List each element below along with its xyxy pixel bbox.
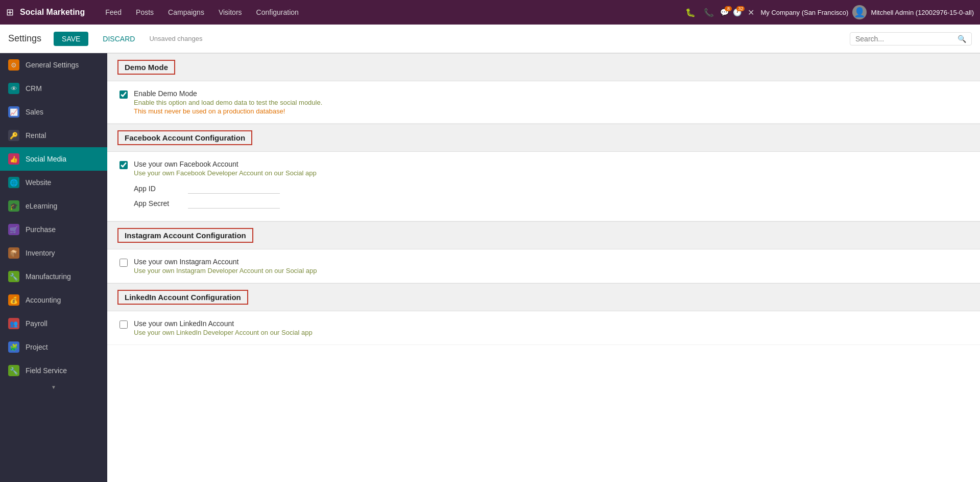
discard-button[interactable]: DISCARD bbox=[97, 32, 141, 46]
demo-mode-body: Enable Demo Mode Enable this option and … bbox=[107, 81, 980, 124]
sidebar-item-field-service[interactable]: 🔧 Field Service bbox=[0, 359, 107, 382]
sidebar-label-inventory: Inventory bbox=[26, 249, 55, 257]
facebook-own-label: Use your own Facebook Account bbox=[134, 160, 317, 168]
search-input[interactable] bbox=[855, 35, 958, 43]
enable-demo-row: Enable Demo Mode Enable this option and … bbox=[119, 89, 968, 115]
demo-mode-section-header: Demo Mode bbox=[107, 53, 980, 81]
facebook-own-checkbox[interactable] bbox=[119, 161, 128, 169]
linkedin-config-title: LinkedIn Account Configuration bbox=[117, 290, 248, 305]
close-icon[interactable]: ✕ bbox=[746, 6, 756, 19]
app-sidebar: ⚙ General Settings 👁 CRM 📈 Sales 🔑 Renta… bbox=[0, 53, 107, 482]
elearning-icon: 🎓 bbox=[8, 200, 19, 212]
linkedin-own-label: Use your own LinkedIn Account bbox=[134, 319, 313, 328]
nav-visitors[interactable]: Visitors bbox=[212, 5, 248, 19]
project-icon: 🧩 bbox=[8, 341, 19, 353]
save-button[interactable]: SAVE bbox=[54, 32, 88, 46]
purchase-icon: 🛒 bbox=[8, 224, 19, 235]
unsaved-label: Unsaved changes bbox=[149, 35, 202, 42]
linkedin-own-row: Use your own LinkedIn Account Use your o… bbox=[119, 319, 968, 336]
linkedin-section-header: LinkedIn Account Configuration bbox=[107, 283, 980, 311]
sidebar-label-social-media: Social Media bbox=[26, 155, 66, 163]
bug-icon[interactable]: 🐛 bbox=[683, 6, 698, 19]
search-bar: 🔍 bbox=[850, 32, 972, 45]
enable-demo-warning: This must never be used on a production … bbox=[134, 107, 322, 115]
sales-icon: 📈 bbox=[8, 106, 19, 118]
sidebar-item-purchase[interactable]: 🛒 Purchase bbox=[0, 218, 107, 241]
facebook-section-header: Facebook Account Configuration bbox=[107, 124, 980, 152]
sidebar-item-general-settings[interactable]: ⚙ General Settings bbox=[0, 53, 107, 77]
facebook-body: Use your own Facebook Account Use your o… bbox=[107, 152, 980, 221]
enable-demo-label: Enable Demo Mode bbox=[134, 89, 322, 98]
instagram-body: Use your own Instagram Account Use your … bbox=[107, 249, 980, 283]
app-id-label: App ID bbox=[134, 185, 180, 193]
instagram-own-desc: Use your own Instagram Developer Account… bbox=[134, 267, 317, 274]
instagram-config-title: Instagram Account Configuration bbox=[117, 228, 253, 243]
social-media-icon: 👍 bbox=[8, 153, 19, 165]
body-container: ⚙ General Settings 👁 CRM 📈 Sales 🔑 Renta… bbox=[0, 53, 980, 482]
subheader: Settings SAVE DISCARD Unsaved changes 🔍 bbox=[0, 25, 980, 53]
linkedin-own-checkbox[interactable] bbox=[119, 320, 128, 329]
facebook-config-title: Facebook Account Configuration bbox=[117, 130, 252, 145]
nav-campaigns[interactable]: Campaigns bbox=[162, 5, 210, 19]
topnav-right: 🐛 📞 💬8 🕐32 ✕ My Company (San Francisco) … bbox=[683, 5, 974, 19]
settings-content: Demo Mode Enable Demo Mode Enable this o… bbox=[107, 53, 980, 482]
app-secret-input[interactable] bbox=[188, 198, 280, 209]
search-icon: 🔍 bbox=[958, 35, 966, 43]
sidebar-label-field-service: Field Service bbox=[26, 366, 67, 375]
sidebar-item-project[interactable]: 🧩 Project bbox=[0, 335, 107, 359]
nav-configuration[interactable]: Configuration bbox=[250, 5, 305, 19]
sidebar-item-website[interactable]: 🌐 Website bbox=[0, 171, 107, 194]
manufacturing-icon: 🔧 bbox=[8, 271, 19, 282]
instagram-own-row: Use your own Instagram Account Use your … bbox=[119, 258, 968, 274]
app-secret-label: App Secret bbox=[134, 199, 180, 208]
sidebar-label-general-settings: General Settings bbox=[26, 61, 79, 69]
activity-badge[interactable]: 🕐32 bbox=[733, 8, 742, 16]
enable-demo-checkbox[interactable] bbox=[119, 90, 128, 99]
demo-mode-title: Demo Mode bbox=[117, 60, 175, 75]
sidebar-label-elearning: eLearning bbox=[26, 202, 57, 210]
app-id-input[interactable] bbox=[188, 183, 280, 194]
instagram-own-checkbox[interactable] bbox=[119, 259, 128, 267]
payroll-icon: 👥 bbox=[8, 318, 19, 329]
avatar[interactable]: 👤 bbox=[852, 5, 867, 19]
app-secret-row: App Secret bbox=[119, 198, 968, 209]
inventory-icon: 📦 bbox=[8, 247, 19, 259]
page-title: Settings bbox=[8, 33, 41, 44]
linkedin-body: Use your own LinkedIn Account Use your o… bbox=[107, 311, 980, 345]
nav-posts[interactable]: Posts bbox=[130, 5, 160, 19]
grid-icon[interactable]: ⊞ bbox=[6, 7, 14, 18]
sidebar-item-manufacturing[interactable]: 🔧 Manufacturing bbox=[0, 265, 107, 288]
nav-menu: Feed Posts Campaigns Visitors Configurat… bbox=[99, 5, 681, 19]
sidebar-label-sales: Sales bbox=[26, 108, 43, 116]
field-service-icon: 🔧 bbox=[8, 365, 19, 376]
phone-icon[interactable]: 📞 bbox=[702, 6, 716, 19]
sidebar-item-crm[interactable]: 👁 CRM bbox=[0, 77, 107, 100]
sidebar-item-social-media[interactable]: 👍 Social Media bbox=[0, 147, 107, 171]
instagram-section-header: Instagram Account Configuration bbox=[107, 221, 980, 249]
sidebar-scroll-down[interactable]: ▼ bbox=[0, 382, 107, 392]
sidebar-item-accounting[interactable]: 💰 Accounting bbox=[0, 288, 107, 312]
accounting-icon: 💰 bbox=[8, 294, 19, 306]
sidebar-label-accounting: Accounting bbox=[26, 296, 61, 304]
sidebar-label-website: Website bbox=[26, 178, 51, 187]
nav-feed[interactable]: Feed bbox=[99, 5, 128, 19]
enable-demo-desc: Enable this option and load demo data to… bbox=[134, 99, 322, 106]
app-brand: Social Marketing bbox=[20, 8, 85, 17]
messages-badge[interactable]: 💬8 bbox=[720, 8, 729, 16]
sidebar-item-elearning[interactable]: 🎓 eLearning bbox=[0, 194, 107, 218]
company-name: My Company (San Francisco) bbox=[760, 9, 848, 16]
top-navigation: ⊞ Social Marketing Feed Posts Campaigns … bbox=[0, 0, 980, 25]
instagram-own-label: Use your own Instagram Account bbox=[134, 258, 317, 266]
sidebar-item-inventory[interactable]: 📦 Inventory bbox=[0, 241, 107, 265]
sidebar-label-crm: CRM bbox=[26, 84, 42, 93]
sidebar-label-purchase: Purchase bbox=[26, 225, 56, 234]
app-id-row: App ID bbox=[119, 183, 968, 194]
facebook-own-row: Use your own Facebook Account Use your o… bbox=[119, 160, 968, 177]
sidebar-label-rental: Rental bbox=[26, 131, 46, 140]
sidebar-item-payroll[interactable]: 👥 Payroll bbox=[0, 312, 107, 335]
sidebar-item-rental[interactable]: 🔑 Rental bbox=[0, 124, 107, 147]
sidebar-item-sales[interactable]: 📈 Sales bbox=[0, 100, 107, 124]
sidebar-label-manufacturing: Manufacturing bbox=[26, 272, 71, 281]
website-icon: 🌐 bbox=[8, 177, 19, 188]
rental-icon: 🔑 bbox=[8, 130, 19, 141]
